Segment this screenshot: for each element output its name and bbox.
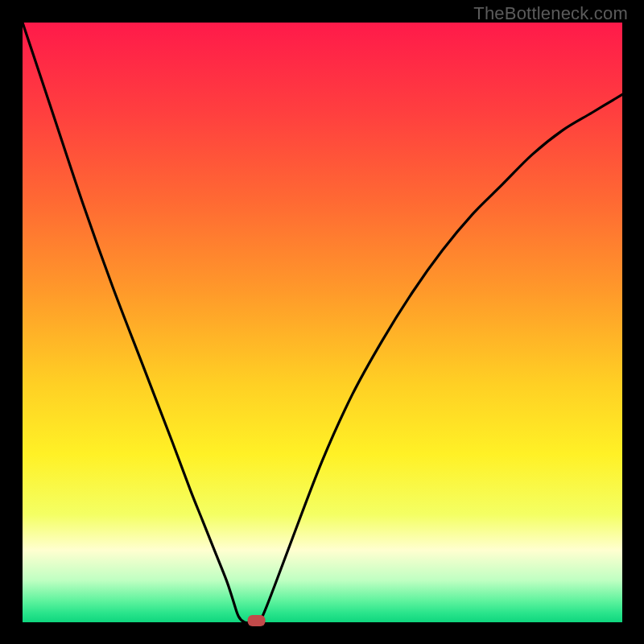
optimum-marker bbox=[248, 615, 266, 626]
chart-frame: TheBottleneck.com bbox=[0, 0, 644, 644]
bottleneck-chart bbox=[0, 0, 644, 644]
plot-background bbox=[23, 23, 622, 622]
